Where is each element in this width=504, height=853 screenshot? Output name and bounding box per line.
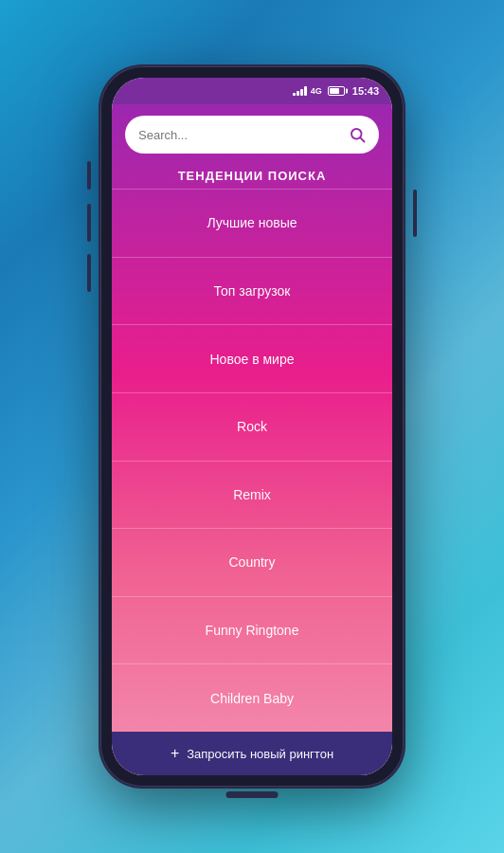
list-item[interactable]: Children Baby: [112, 663, 392, 732]
list-item[interactable]: Топ загрузок: [112, 257, 392, 325]
signal-bars-icon: [293, 86, 307, 96]
search-input[interactable]: [138, 128, 349, 142]
section-title: ТЕНДЕНЦИИ ПОИСКА: [112, 161, 392, 189]
home-button: [226, 791, 279, 798]
trends-list: Лучшие новыеТоп загрузокНовое в миреRock…: [112, 189, 392, 732]
list-item[interactable]: Funny Ringtone: [112, 596, 392, 664]
volume-down-button: [87, 254, 91, 292]
status-time: 15:43: [352, 85, 379, 97]
request-ringtone-label: Запросить новый рингтон: [187, 747, 333, 761]
app-content: ТЕНДЕНЦИИ ПОИСКА Лучшие новыеТоп загрузо…: [112, 104, 392, 775]
mute-button: [87, 161, 91, 190]
request-ringtone-bar[interactable]: + Запросить новый рингтон: [112, 732, 392, 775]
list-item[interactable]: Remix: [112, 461, 392, 529]
list-item-label: Новое в мире: [210, 352, 295, 367]
status-icons: 4G 15:43: [293, 85, 379, 97]
list-item-label: Children Baby: [210, 691, 294, 706]
list-item[interactable]: Country: [112, 528, 392, 596]
plus-icon: +: [171, 745, 179, 762]
power-button: [413, 190, 417, 237]
list-item-label: Funny Ringtone: [206, 623, 299, 638]
list-item[interactable]: Новое в мире: [112, 324, 392, 392]
svg-line-1: [360, 137, 364, 141]
list-item-label: Лучшие новые: [207, 215, 297, 230]
list-item[interactable]: Rock: [112, 392, 392, 461]
status-bar: 4G 15:43: [112, 78, 392, 104]
list-item-label: Country: [228, 554, 275, 570]
list-item[interactable]: Лучшие новые: [112, 189, 392, 257]
phone-frame: 4G 15:43: [100, 66, 404, 787]
search-bar[interactable]: [125, 116, 379, 154]
search-button[interactable]: [349, 126, 366, 143]
volume-up-button: [87, 204, 91, 242]
network-type-badge: 4G: [311, 86, 322, 96]
list-item-label: Rock: [237, 419, 267, 434]
battery-fill: [330, 88, 339, 94]
list-item-label: Топ загрузок: [214, 283, 291, 299]
battery-icon: [328, 86, 345, 96]
phone-screen: 4G 15:43: [112, 78, 392, 775]
list-item-label: Remix: [233, 487, 271, 502]
